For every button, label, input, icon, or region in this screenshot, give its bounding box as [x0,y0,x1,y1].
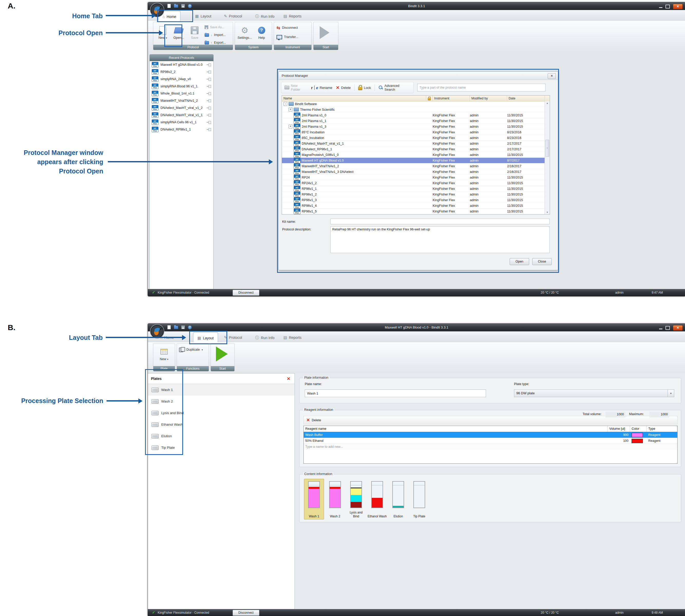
save-protocol-icon[interactable] [181,326,185,329]
new-protocol-icon[interactable] [167,325,171,329]
recent-protocol-item[interactable]: KFFlex Maxwell HT gDNA Blood v1.0 [150,61,213,68]
recent-protocol-item[interactable]: KFFlex RP96v2_2 [150,68,213,75]
scroll-down-icon[interactable]: ▼ [545,211,550,214]
reagent-row[interactable]: 50% Ethanol 100 Reagent [304,438,677,444]
duplicate-button[interactable]: Duplicate ▾ [179,347,208,353]
minimize-button[interactable] [659,329,662,329]
transfer-button[interactable]: Transfer... [276,34,310,40]
lock-button[interactable]: Lock [358,85,371,90]
protocol-table-row[interactable]: KFFlex MaxwellHT_ViralTNAv1_3 DNAelect K… [282,169,545,175]
recent-protocol-item[interactable]: KFFlex simplyRNA Blood 96 v1_1 [150,83,213,90]
protocol-table-row[interactable]: + KFFlex 2ml Plasma v1_3 KingFisher Flex… [282,124,545,130]
column-header-modified-by[interactable]: Modified by [470,95,507,101]
pin-icon[interactable] [207,70,211,73]
protocol-table-row[interactable]: KFFlex 2ml Plasma v1_1 KingFisher Flex a… [282,118,545,124]
column-header-date[interactable]: Date [507,95,545,101]
column-header-instrument[interactable]: Instrument [433,95,470,101]
plate-list-item[interactable]: Lysis and Bind [148,407,295,419]
pin-icon[interactable] [207,113,211,117]
protocol-description-textarea[interactable]: ReliaPrep 96 HT chemistry run on the Kin… [330,226,550,253]
plate-content-thumbnail[interactable]: Tip Plate [409,479,429,520]
plate-type-select[interactable]: 96 DW plate ▾ [514,390,674,397]
ribbon-tab[interactable]: ⓘ Run Info [253,334,276,341]
delete-button[interactable]: ✕ Delete [336,86,351,90]
close-button[interactable]: ✕ [673,325,683,331]
ribbon-tab[interactable]: ▦ Layout [193,332,218,343]
plate-content-thumbnail[interactable]: Elution [388,479,408,520]
pin-icon[interactable] [207,63,211,66]
plate-list-item[interactable]: Wash 2 [148,396,295,407]
settings-button[interactable]: ⚙ Settings... [236,24,253,45]
save-protocol-button[interactable]: Save [187,24,202,45]
tree-expander-icon[interactable]: - [283,102,287,106]
protocol-table-row[interactable]: KFFlex RP96v1_4 KingFisher Flex admin 11… [282,203,545,208]
recent-protocol-item[interactable]: KFFlex simplyRNA Cells 96 v1_1 [150,119,213,126]
ribbon-tab[interactable]: ▤ Reports [281,334,303,341]
pin-icon[interactable] [207,99,211,102]
protocol-table-row[interactable]: - KFFlex BindIt Software [282,101,545,107]
new-protocol-icon[interactable] [167,4,171,8]
tree-expander-icon[interactable]: + [289,108,292,111]
protocol-table-row[interactable]: KFFlex 85C_Incubation KingFisher Flex ad… [282,135,545,141]
minimize-button[interactable] [659,7,662,8]
recent-protocol-item[interactable]: KFFlex simplyRNA_24wp_v0 [150,75,213,83]
ribbon-tab[interactable]: ✎ Protocol [222,13,244,20]
status-disconnect-button[interactable]: Disconnect [233,610,259,616]
pin-icon[interactable] [207,128,211,131]
ribbon-tab[interactable]: ▦ Layout [193,13,213,20]
help-icon[interactable]: ? [188,4,192,8]
reagent-row[interactable]: Wash Buffer 900 Reagent [304,432,677,438]
plate-content-thumbnail[interactable]: Lysis and Bind [346,479,366,520]
ribbon-tab[interactable]: ✎ Protocol [222,334,244,341]
column-header-reagent-name[interactable]: Reagent name [304,426,608,432]
pin-icon[interactable] [207,121,211,124]
tree-expander-icon[interactable]: + [289,125,292,128]
pin-icon[interactable] [207,92,211,95]
status-disconnect-button[interactable]: Disconnect [233,290,259,296]
pin-icon[interactable] [207,106,211,109]
pin-icon[interactable] [207,85,211,88]
protocol-table-row[interactable]: KFFlex RP24 KingFisher Flex admin 11/30/… [282,175,545,180]
column-header-type[interactable]: Type [647,426,677,432]
plates-panel-close-icon[interactable]: ✕ [287,376,295,381]
new-plate-button[interactable]: New ▾ [157,345,172,366]
restore-button[interactable] [665,326,670,330]
table-scrollbar[interactable]: ▲ ▼ ≡ [545,101,550,214]
plate-content-thumbnail[interactable]: Ethanol Wash [367,479,387,520]
start-run-button[interactable] [320,26,329,39]
protocol-table-row[interactable]: KFFlex RP96v1_1 KingFisher Flex admin 11… [282,186,545,192]
advanced-search-button[interactable]: Advanced Search [379,84,410,91]
reagent-color-cell[interactable] [630,433,647,437]
plate-list-item[interactable]: Elution [148,430,295,442]
protocol-table-row[interactable]: KFFlex 2ml Plasma v1_0 KingFisher Flex a… [282,112,545,118]
protocol-table-row[interactable]: KFFlex RP96v1_3 KingFisher Flex admin 11… [282,197,545,203]
scroll-up-icon[interactable]: ▲ [545,102,550,104]
protocol-table-row[interactable]: KFFlex 85°C Incubation KingFisher Flex a… [282,130,545,135]
plate-content-thumbnail[interactable]: Wash 1 [304,479,324,520]
protocol-table-row[interactable]: KFFlex DNAelect_RP96v1_1 KingFisher Flex… [282,147,545,152]
disconnect-button[interactable]: ⇆ Disconnect [276,25,310,31]
ribbon-tab[interactable]: ⓘ Run Info [253,13,276,20]
plate-list-item[interactable]: Tip Plate [148,442,295,454]
protocol-table-row[interactable]: + KFFlex Thermo Fisher Scientific [282,107,545,112]
reagent-delete-button[interactable]: ✕ Delete [304,418,321,422]
save-as-button[interactable]: Save As... [205,24,232,30]
protocol-table-row[interactable]: KFFlex DNAelect_MaxHT_viral_v1_1 KingFis… [282,141,545,147]
plate-name-input[interactable] [305,390,486,397]
dialog-close-button[interactable]: ✕ [548,73,556,79]
close-button[interactable]: ✕ [673,4,683,9]
column-header-lock[interactable] [426,95,433,101]
protocol-table-row[interactable]: KFFlex Maxwell HT gDNA Blood v1.0 KingFi… [282,158,545,163]
close-button[interactable]: Close [532,258,552,265]
open-protocol-icon[interactable] [174,4,178,8]
color-swatch[interactable] [632,439,643,443]
import-button[interactable]: ↓ Import... [205,32,232,38]
plate-list-item[interactable]: Wash 1 [148,384,295,396]
open-button[interactable]: Open [510,258,529,265]
protocol-search-input[interactable] [417,84,546,91]
plate-list-item[interactable]: Ethanol Wash [148,419,295,430]
pin-icon[interactable] [207,78,211,81]
recent-protocol-item[interactable]: KFFlex MaxwellHT_ViralTNAv1_2 [150,97,213,104]
color-swatch[interactable] [632,433,643,437]
rename-button[interactable]: r e Rename [311,86,332,90]
